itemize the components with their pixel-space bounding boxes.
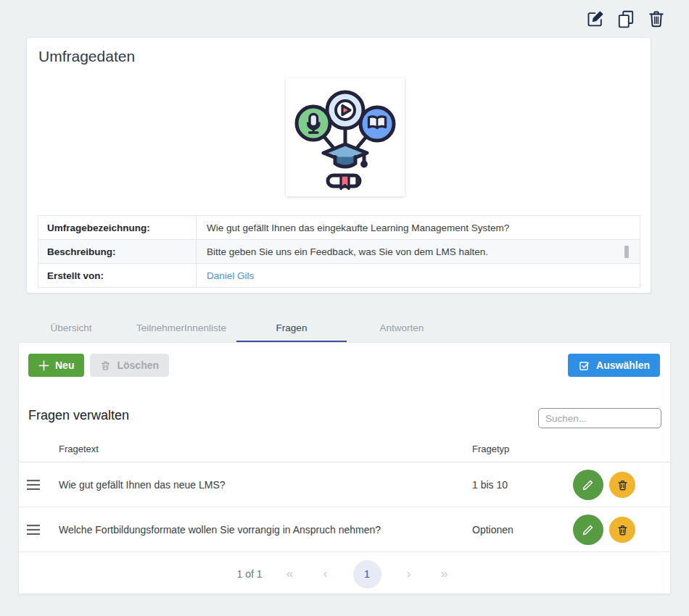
new-question-button[interactable]: Neu xyxy=(28,354,84,377)
pagination: 1 of 1 « ‹ 1 › » xyxy=(19,553,670,595)
trash-icon xyxy=(616,479,629,491)
section-heading: Fragen verwalten xyxy=(28,408,129,423)
tab-teilnehmerinnenliste[interactable]: TeilnehmerInnenliste xyxy=(126,317,236,343)
drag-handle-icon[interactable] xyxy=(27,525,40,537)
select-button[interactable]: Auswählen xyxy=(568,354,660,377)
field-value: Wie gut gefällt Ihnen das eingekaufte Le… xyxy=(197,216,640,240)
tab-antworten[interactable]: Antworten xyxy=(347,317,457,343)
field-label: Beschreibung: xyxy=(38,240,197,264)
question-row: Wie gut gefällt Ihnen das neue LMS? 1 bi… xyxy=(19,462,670,507)
survey-info-table: Umfragebezeichnung: Wie gut gefällt Ihne… xyxy=(38,215,640,288)
column-fragetyp: Fragetyp xyxy=(472,444,509,454)
edit-icon[interactable] xyxy=(586,9,605,28)
header-toolbar xyxy=(586,9,666,28)
card-title: Umfragedaten xyxy=(38,48,135,65)
plus-icon xyxy=(38,360,49,371)
field-value: Daniel Gils xyxy=(197,264,640,288)
e-learning-icon xyxy=(291,82,400,193)
tab-uebersicht[interactable]: Übersicht xyxy=(16,317,126,343)
edit-question-button[interactable] xyxy=(573,470,603,500)
question-text: Welche Fortbildungsformate wollen Sie vo… xyxy=(59,524,381,536)
field-label: Umfragebezeichnung: xyxy=(38,216,197,240)
pencil-icon xyxy=(581,478,595,492)
column-fragetext: Fragetext xyxy=(59,444,99,454)
textarea-scrollbar[interactable] xyxy=(624,246,629,258)
table-row: Beschreibung: Bitte geben Sie uns ein Fe… xyxy=(38,240,640,264)
survey-detail-page: Umfragedaten xyxy=(0,0,689,616)
questions-table-header: Fragetext Fragetyp xyxy=(19,436,670,462)
tab-bar: Übersicht TeilnehmerInnenliste Fragen An… xyxy=(16,317,457,343)
first-page-button[interactable]: « xyxy=(282,567,298,581)
search-input[interactable] xyxy=(538,408,661,428)
question-type: Optionen xyxy=(472,524,513,536)
delete-icon[interactable] xyxy=(647,9,666,28)
current-page-button[interactable]: 1 xyxy=(353,560,381,588)
field-label: Erstellt von: xyxy=(38,264,197,288)
page-summary: 1 of 1 xyxy=(236,568,262,580)
next-page-button[interactable]: › xyxy=(401,567,417,581)
delete-question-button[interactable] xyxy=(609,472,635,498)
survey-image xyxy=(286,78,405,196)
delete-questions-button[interactable]: Löschen xyxy=(90,354,169,377)
drag-handle-icon[interactable] xyxy=(27,480,40,492)
table-row: Umfragebezeichnung: Wie gut gefällt Ihne… xyxy=(38,216,640,240)
checkbox-check-icon xyxy=(578,359,590,372)
prev-page-button[interactable]: ‹ xyxy=(318,567,334,581)
question-type: 1 bis 10 xyxy=(472,479,508,491)
pencil-icon xyxy=(581,523,595,537)
field-value: Bitte geben Sie uns ein Feedback, was Si… xyxy=(197,240,640,264)
trash-icon xyxy=(100,360,111,371)
trash-icon xyxy=(616,524,629,536)
copy-icon[interactable] xyxy=(616,9,635,28)
tab-fragen[interactable]: Fragen xyxy=(236,317,347,343)
survey-data-card: Umfragedaten xyxy=(26,37,651,294)
question-row: Welche Fortbildungsformate wollen Sie vo… xyxy=(19,507,670,552)
questions-panel: Neu Löschen Auswählen Fragen verwalten F… xyxy=(18,342,671,594)
question-text: Wie gut gefällt Ihnen das neue LMS? xyxy=(59,479,226,491)
last-page-button[interactable]: » xyxy=(437,567,453,581)
edit-question-button[interactable] xyxy=(573,515,603,545)
table-row: Erstellt von: Daniel Gils xyxy=(38,264,640,288)
questions-toolbar: Neu Löschen Auswählen xyxy=(28,354,660,377)
delete-question-button[interactable] xyxy=(609,517,635,543)
creator-link[interactable]: Daniel Gils xyxy=(207,270,254,281)
